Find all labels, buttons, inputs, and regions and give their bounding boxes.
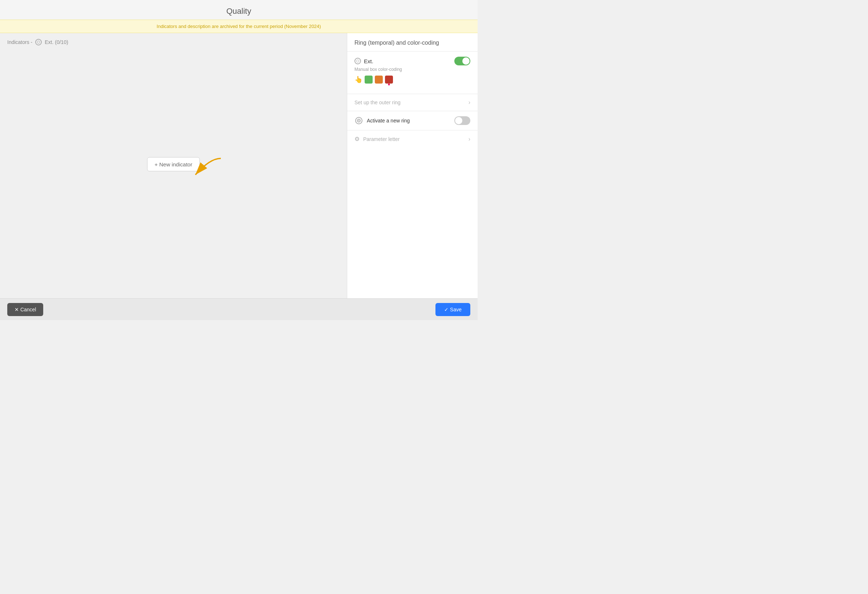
- parameter-label: Parameter letter: [363, 136, 400, 142]
- save-label: ✓ Save: [444, 307, 462, 312]
- outer-ring-chevron: ›: [468, 99, 470, 106]
- outer-ring-row[interactable]: Set up the outer ring ›: [347, 94, 478, 111]
- page-title: Quality: [226, 7, 251, 16]
- ext-count-label: Ext. (0/10): [45, 39, 68, 45]
- red-swatch[interactable]: [385, 75, 393, 84]
- parameter-label-group: ⚙ Parameter letter: [354, 136, 400, 142]
- color-swatches: 👆: [354, 75, 470, 84]
- new-indicator-button[interactable]: + New indicator: [147, 157, 200, 171]
- right-panel-title: Ring (temporal) and color-coding: [347, 33, 478, 51]
- activate-ring-label-group: Activate a new ring: [354, 116, 410, 125]
- ext-label: Ext.: [364, 58, 373, 64]
- cancel-button[interactable]: ✕ Cancel: [7, 303, 43, 316]
- activate-ring-row: Activate a new ring: [347, 111, 478, 130]
- cancel-label: ✕ Cancel: [15, 307, 36, 312]
- new-indicator-label: + New indicator: [155, 161, 192, 167]
- activate-ring-label: Activate a new ring: [367, 118, 410, 124]
- hand-icon[interactable]: 👆: [354, 75, 362, 84]
- activate-ring-toggle[interactable]: [454, 116, 470, 125]
- page-header: Quality: [0, 0, 478, 20]
- archive-banner: Indicators and description are archived …: [0, 20, 478, 33]
- indicators-label: Indicators -: [7, 39, 32, 45]
- ext-toggle[interactable]: [454, 57, 470, 65]
- archive-banner-text: Indicators and description are archived …: [156, 24, 321, 29]
- ext-icon: [354, 58, 361, 64]
- right-panel: Ring (temporal) and color-coding Ext. Ma…: [347, 33, 478, 298]
- svg-point-3: [359, 120, 360, 121]
- save-button[interactable]: ✓ Save: [435, 303, 470, 316]
- ext-section: Ext. Manual box color-coding 👆: [347, 52, 478, 94]
- manual-label: Manual box color-coding: [354, 67, 470, 72]
- main-layout: Indicators - Ext. (0/10) + New indicator: [0, 33, 478, 298]
- green-swatch[interactable]: [365, 75, 373, 84]
- activate-ring-icon: [354, 116, 363, 125]
- parameter-row[interactable]: ⚙ Parameter letter ›: [347, 130, 478, 148]
- footer: ✕ Cancel ✓ Save: [0, 298, 478, 320]
- indicators-header: Indicators - Ext. (0/10): [7, 39, 340, 46]
- ext-ring-icon: [35, 39, 42, 46]
- ext-row: Ext.: [354, 57, 470, 65]
- gear-icon: ⚙: [354, 136, 360, 142]
- outer-ring-label: Set up the outer ring: [354, 99, 401, 105]
- parameter-chevron: ›: [468, 136, 470, 142]
- ext-label-group: Ext.: [354, 58, 373, 64]
- left-panel: Indicators - Ext. (0/10) + New indicator: [0, 33, 347, 298]
- orange-swatch[interactable]: [375, 75, 383, 84]
